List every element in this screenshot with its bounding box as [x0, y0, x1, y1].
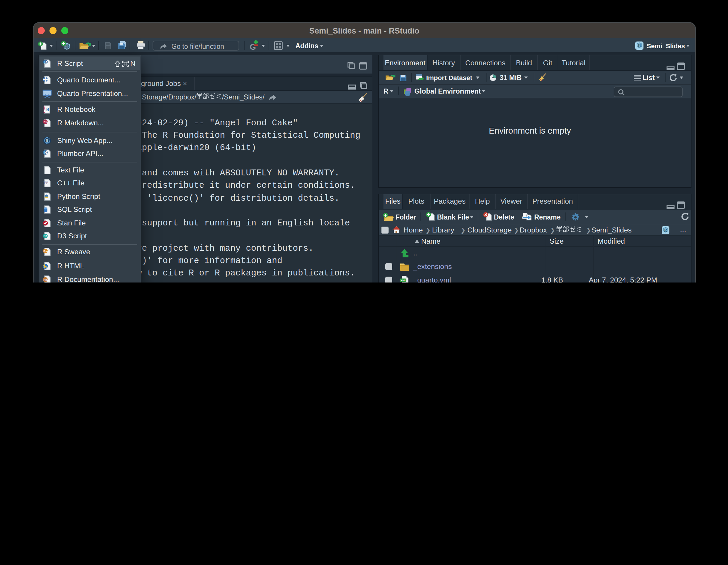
svg-text:Rmd: Rmd: [43, 121, 49, 124]
svg-text:JS: JS: [44, 234, 47, 238]
svg-text:R: R: [66, 44, 70, 49]
svg-text:R: R: [44, 150, 47, 155]
svg-text:R: R: [638, 43, 641, 48]
svg-text:Rnw: Rnw: [43, 278, 49, 281]
svg-text:R: R: [46, 107, 49, 112]
svg-text:Rsw: Rsw: [43, 250, 49, 253]
svg-text:cpp: cpp: [42, 180, 48, 184]
svg-text:R: R: [664, 228, 667, 233]
svg-text:R: R: [44, 59, 47, 64]
svg-text:R: R: [45, 138, 48, 143]
svg-text:G: G: [250, 43, 256, 51]
